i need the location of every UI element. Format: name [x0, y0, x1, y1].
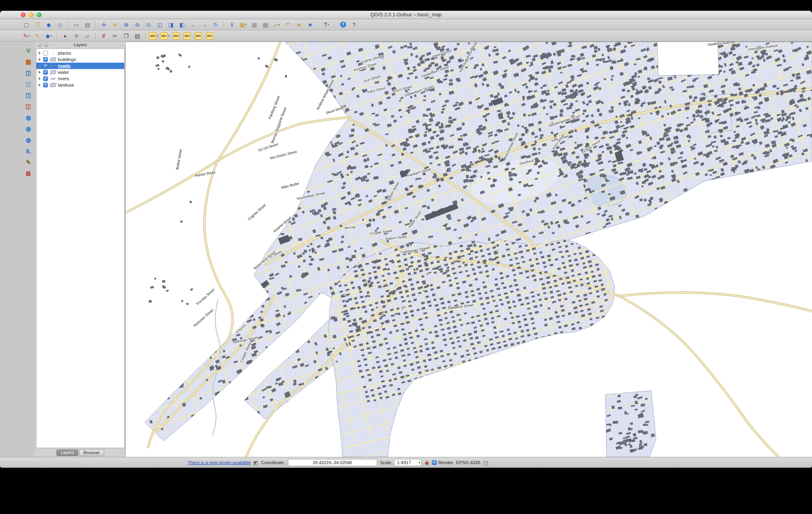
open-attribute-table-button[interactable]: ▤ [260, 20, 271, 29]
move-feature-button[interactable]: ✛ [71, 32, 81, 40]
zoom-out-button[interactable]: ⊖ [132, 20, 143, 29]
save-project-as-button[interactable]: ◇ [55, 20, 65, 29]
layer-item-roads[interactable]: ✓roads [36, 63, 124, 69]
layer-visibility-checkbox[interactable] [43, 51, 48, 55]
zoom-in-button[interactable]: ⊕ [121, 20, 131, 29]
crs-status-icon[interactable]: ◳ [483, 460, 488, 466]
labeling-menu-arrow[interactable]: ▾ [157, 34, 158, 38]
layer-item-places[interactable]: ∴places [36, 50, 124, 56]
delete-selected-button[interactable]: ✗ [99, 32, 109, 40]
map-tips-button[interactable]: ❝ [283, 20, 293, 29]
save-project-button[interactable]: ◆ [44, 20, 54, 29]
expand-arrow-icon[interactable] [39, 77, 41, 80]
zoom-to-layer-button[interactable]: ◧ [177, 20, 187, 29]
pin-labels-button[interactable]: abc▾ [160, 32, 170, 40]
deselect-features-button[interactable]: ▦ [249, 20, 259, 29]
whats-this-button[interactable]: ? [349, 20, 359, 29]
panel-tab-browser[interactable]: Browser [79, 449, 104, 456]
pan-map-button[interactable]: ✛ [99, 20, 109, 29]
change-label-button[interactable]: abc [204, 32, 215, 40]
layers-panel-header[interactable]: ✕ ◇ Layers [35, 42, 125, 48]
current-edits-button[interactable]: ✎▾ [21, 32, 32, 40]
pin-labels-menu-arrow[interactable]: ▾ [168, 34, 170, 38]
text-annotation-menu-arrow[interactable]: ▾ [328, 23, 329, 26]
new-shapefile-layer-button[interactable]: ✎ [23, 157, 34, 167]
layer-item-landuse[interactable]: ✓landuse [36, 82, 124, 88]
measure-line-menu-arrow[interactable]: ▾ [278, 23, 280, 26]
toggle-editing-button[interactable]: ✎ [32, 32, 43, 40]
panel-tab-layers[interactable]: Layers [56, 449, 78, 456]
expand-arrow-icon[interactable] [39, 83, 41, 87]
pan-to-selection-button[interactable]: ✛ [110, 20, 120, 29]
scale-combo[interactable]: 1:4917 ▾ [394, 459, 422, 466]
add-feature-button[interactable]: ● [60, 32, 70, 40]
zoom-to-selection-button[interactable]: ◨ [166, 20, 176, 29]
paste-features-button[interactable]: ▤ [132, 32, 143, 40]
identify-features-button[interactable]: ℹ [227, 20, 237, 29]
layer-visibility-checkbox[interactable]: ✓ [43, 70, 48, 75]
titlebar[interactable]: QGIS 2.0.1-Dufour – basic_map [0, 11, 812, 19]
add-postgis-layer-button[interactable]: ◫ [23, 68, 34, 78]
current-edits-menu-arrow[interactable]: ▾ [28, 34, 30, 38]
copy-features-button[interactable]: ❐ [121, 32, 131, 40]
layer-visibility-checkbox[interactable]: ✓ [43, 83, 48, 87]
panel-float-icon[interactable]: ◇ [44, 43, 48, 47]
refresh-map-button[interactable]: ↻ [210, 20, 221, 29]
expand-arrow-icon[interactable] [39, 71, 41, 74]
layer-visibility-checkbox[interactable]: ✓ [43, 76, 48, 81]
labeling-button[interactable]: abc▾ [149, 32, 159, 40]
add-raster-layer-button[interactable]: ▦ [23, 57, 34, 67]
remove-layer-button[interactable]: ⊠ [23, 168, 34, 178]
add-vector-layer-button[interactable]: V [23, 45, 34, 55]
add-wcs-layer-button[interactable]: ◍ [23, 124, 34, 134]
add-spatialite-layer-button[interactable]: ◫ [23, 79, 34, 89]
expand-arrow-icon[interactable] [39, 51, 41, 55]
pin-labels-icon: abc [160, 32, 168, 40]
render-checkbox[interactable]: ✓ [432, 460, 437, 465]
new-print-composer-button[interactable]: ▭ [71, 20, 81, 29]
select-features-button[interactable]: ▦▾ [238, 20, 248, 29]
open-project-button[interactable]: ❐ [32, 20, 43, 29]
highlight-pinned-labels-button[interactable]: abc [171, 32, 181, 40]
scale-lock-icon[interactable]: ◉ [424, 460, 429, 466]
layer-visibility-checkbox[interactable]: ✓ [43, 57, 48, 62]
help-contents-button[interactable]: ? [338, 20, 348, 29]
move-label-button[interactable]: abc [182, 32, 192, 40]
add-wms-layer-button[interactable]: ◍ [23, 113, 34, 123]
new-bookmark-button[interactable]: ★ [294, 20, 304, 29]
text-annotation-button[interactable]: T▾ [321, 20, 332, 29]
show-bookmarks-button[interactable]: ★ [305, 20, 315, 29]
save-layer-edits-button[interactable]: ◆▾ [44, 32, 54, 40]
plugin-link[interactable]: There is a new plugin available [188, 460, 251, 465]
zoom-full-button[interactable]: ◱ [154, 20, 165, 29]
layer-item-buildings[interactable]: ✓buildings [36, 56, 124, 63]
plugin-icon[interactable]: ◩ [254, 460, 258, 466]
add-oracle-layer-button[interactable]: ◫ [23, 101, 34, 111]
expand-arrow-icon[interactable] [39, 64, 41, 67]
zoom-next-button[interactable]: → [199, 20, 210, 29]
measure-line-button[interactable]: ▱▾ [271, 20, 282, 29]
street-label: Pantlang Street [268, 95, 281, 119]
new-project-button[interactable]: ▢ [21, 20, 32, 29]
chevron-down-icon[interactable]: ▾ [418, 461, 420, 465]
map-canvas[interactable]: Geelhout AvenueKeurboom AvenueUlster Str… [126, 42, 812, 457]
crs-label[interactable]: EPSG:4326 [456, 460, 481, 465]
layer-visibility-checkbox[interactable]: ✓ [43, 63, 48, 68]
select-features-menu-arrow[interactable]: ▾ [245, 23, 247, 26]
composer-manager-button[interactable]: ▤ [82, 20, 93, 29]
new-print-composer-icon: ▭ [73, 22, 79, 28]
rotate-label-button[interactable]: abc [193, 32, 204, 40]
panel-close-icon[interactable]: ✕ [38, 43, 42, 47]
expand-arrow-icon[interactable] [39, 58, 41, 61]
layer-item-water[interactable]: ✓water [36, 69, 124, 75]
add-wfs-layer-button[interactable]: ◍ [23, 135, 34, 145]
add-delimited-text-layer-button[interactable]: 9, [23, 146, 34, 156]
node-tool-button[interactable]: ▱ [82, 32, 93, 40]
cut-features-button[interactable]: ✂ [110, 32, 120, 40]
layer-item-rivers[interactable]: ✓rivers [36, 75, 124, 82]
coordinate-input[interactable] [288, 459, 377, 466]
zoom-last-button[interactable]: ← [188, 20, 198, 29]
save-layer-edits-menu-arrow[interactable]: ▾ [50, 34, 52, 38]
add-mssql-layer-button[interactable]: ◫ [23, 90, 34, 100]
zoom-native-button[interactable]: ⊙ [143, 20, 154, 29]
